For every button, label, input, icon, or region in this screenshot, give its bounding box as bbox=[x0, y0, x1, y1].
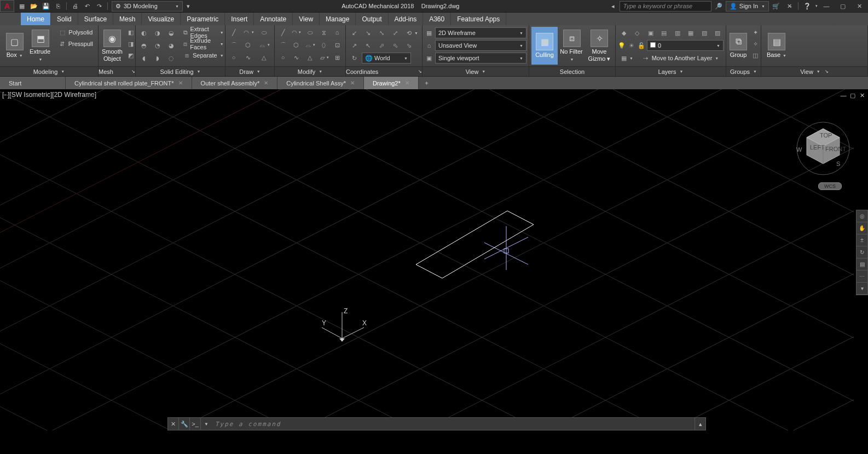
se-3[interactable]: ◒ bbox=[165, 27, 177, 38]
se-1[interactable]: ◐ bbox=[138, 27, 150, 38]
modify-tool-8[interactable]: △ bbox=[303, 52, 316, 63]
co-1b[interactable]: ↘ bbox=[362, 27, 374, 38]
visual-style-dropdown[interactable]: 2D Wireframe▼ bbox=[435, 27, 526, 38]
modify-tool-1[interactable]: ⌒ bbox=[277, 39, 289, 50]
exchange-icon[interactable]: 🛒 bbox=[770, 1, 782, 12]
modify-tool-2[interactable]: ○ bbox=[277, 52, 289, 63]
co-7[interactable]: ↻ bbox=[348, 53, 360, 64]
co-3b[interactable]: ⟲▼ bbox=[403, 27, 420, 38]
qat-saveas-icon[interactable]: ⎘ bbox=[53, 1, 63, 11]
layer-tool-2[interactable]: ▣ bbox=[645, 27, 657, 38]
new-tab-button[interactable]: ＋ bbox=[419, 77, 435, 89]
qat-undo-icon[interactable]: ↶ bbox=[82, 1, 92, 11]
grp-3[interactable]: ◫ bbox=[749, 50, 761, 61]
file-tab[interactable]: Drawing2*✕ bbox=[364, 77, 419, 89]
drawing-canvas[interactable]: [–][SW Isometric][2D Wireframe] — ▢ ✕ Z … bbox=[0, 89, 868, 430]
menu-tab-insert[interactable]: Insert bbox=[225, 13, 254, 25]
grp-2[interactable]: ✧ bbox=[749, 38, 761, 49]
menu-tab-a360[interactable]: A360 bbox=[423, 13, 451, 25]
mesh-more-3[interactable]: ◩ bbox=[125, 50, 137, 61]
maximize-button[interactable]: ▢ bbox=[835, 0, 850, 12]
viewport-label[interactable]: [–][SW Isometric][2D Wireframe] bbox=[2, 91, 96, 99]
modify-tool-13[interactable]: ⊡ bbox=[331, 39, 343, 50]
draw-tool-0[interactable]: ╱ bbox=[228, 27, 240, 38]
grp-1[interactable]: ✦ bbox=[749, 27, 761, 38]
qat-overflow-icon[interactable]: ▾ bbox=[183, 1, 194, 11]
nav-fullnav-icon[interactable]: ◎ bbox=[857, 210, 867, 222]
tab-close-icon[interactable]: ✕ bbox=[178, 80, 183, 86]
cmd-recent-icon[interactable]: >_ bbox=[190, 418, 201, 430]
mesh-more-1[interactable]: ◧ bbox=[125, 27, 137, 38]
draw-tool-3[interactable]: ◠▾ bbox=[240, 27, 256, 38]
signin-button[interactable]: 👤 Sign In ▼ bbox=[726, 1, 769, 12]
se-6[interactable]: ◕ bbox=[165, 40, 177, 51]
file-tab[interactable]: Outer shell Assembly*✕ bbox=[192, 77, 278, 89]
modify-tool-14[interactable]: ⊞ bbox=[331, 52, 343, 63]
box-button[interactable]: ▢ Box ▼ bbox=[2, 27, 27, 65]
layer-tool-6[interactable]: ▧ bbox=[698, 27, 710, 38]
menu-tab-manage[interactable]: Manage bbox=[320, 13, 356, 25]
draw-tool-5[interactable]: ∿ bbox=[240, 52, 256, 63]
file-tab[interactable]: Start bbox=[0, 77, 66, 89]
menu-tab-surface[interactable]: Surface bbox=[78, 13, 113, 25]
panel-title-draw[interactable]: Draw▼ bbox=[225, 66, 274, 76]
command-input[interactable]: Type a command bbox=[212, 421, 695, 428]
layer-tool-4[interactable]: ▥ bbox=[672, 27, 684, 38]
menu-tab-home[interactable]: Home bbox=[21, 13, 51, 25]
tab-close-icon[interactable]: ✕ bbox=[405, 80, 409, 86]
extract-edges-button[interactable]: ⧉Extract Edges▼ bbox=[180, 27, 227, 38]
co-1[interactable]: ↙ bbox=[348, 27, 360, 38]
cmd-expand-icon[interactable]: ▴ bbox=[695, 418, 705, 430]
extrude-faces-button[interactable]: ⧈Extrude Faces▼ bbox=[180, 38, 227, 49]
move-layer-button[interactable]: ⇢Move to Another Layer▼ bbox=[636, 53, 724, 64]
presspull-button[interactable]: ⇵Presspull bbox=[55, 38, 96, 49]
cmd-arrow-icon[interactable]: ▼ bbox=[201, 418, 212, 430]
panel-title-view[interactable]: View▼ bbox=[423, 66, 529, 76]
se-5[interactable]: ◔ bbox=[152, 40, 164, 51]
workspace-dropdown[interactable]: ⚙ 3D Modeling ▼ bbox=[112, 1, 183, 12]
menu-tab-solid[interactable]: Solid bbox=[51, 13, 78, 25]
draw-tool-8[interactable]: △ bbox=[256, 52, 271, 63]
smooth-object-button[interactable]: ◉ Smooth Object bbox=[101, 27, 124, 65]
se-8[interactable]: ◗ bbox=[152, 53, 164, 64]
modify-tool-9[interactable]: ⧖ bbox=[317, 27, 331, 38]
draw-tool-2[interactable]: ○ bbox=[228, 52, 240, 63]
viewcube[interactable]: TOP LEFT FRONT W S bbox=[796, 121, 850, 176]
nav-pan-icon[interactable]: ✋ bbox=[857, 222, 867, 234]
modify-tool-7[interactable]: ⌓▾ bbox=[303, 39, 316, 50]
vp-minimize-icon[interactable]: — bbox=[840, 91, 847, 99]
menu-tab-view[interactable]: View bbox=[293, 13, 320, 25]
nav-zoom-icon[interactable]: ± bbox=[857, 234, 867, 246]
nav-collapse-icon[interactable]: ▾ bbox=[857, 283, 867, 295]
nofilter-button[interactable]: ⧈ No Filter ▼ bbox=[559, 27, 585, 65]
menu-tab-parametric[interactable]: Parametric bbox=[181, 13, 225, 25]
co-3[interactable]: ⤢ bbox=[389, 27, 401, 38]
help-icon[interactable]: ❔ bbox=[801, 1, 813, 12]
se-9[interactable]: ◌ bbox=[165, 53, 177, 64]
tab-close-icon[interactable]: ✕ bbox=[264, 80, 268, 86]
panel-title-coordinates[interactable]: Coordinates↘ bbox=[346, 66, 422, 76]
co-2[interactable]: ⤡ bbox=[375, 27, 387, 38]
layer-tool-3[interactable]: ▤ bbox=[658, 27, 670, 38]
culling-button[interactable]: ▦ Culling bbox=[531, 27, 558, 65]
panel-title-groups[interactable]: Groups▼ bbox=[726, 66, 761, 76]
modify-tool-0[interactable]: ╱ bbox=[277, 27, 289, 38]
mesh-more-2[interactable]: ◨ bbox=[125, 38, 137, 49]
tab-close-icon[interactable]: ✕ bbox=[350, 80, 355, 86]
menu-tab-featured-apps[interactable]: Featured Apps bbox=[451, 13, 506, 25]
qat-open-icon[interactable]: 📂 bbox=[28, 1, 39, 11]
modify-tool-10[interactable]: ⬯ bbox=[317, 39, 331, 50]
qat-plot-icon[interactable]: 🖨 bbox=[70, 1, 80, 11]
cmd-close-icon[interactable]: ✕ bbox=[168, 418, 179, 430]
draw-tool-1[interactable]: ⌒ bbox=[228, 39, 240, 50]
se-2[interactable]: ◑ bbox=[152, 27, 164, 38]
menu-tab-annotate[interactable]: Annotate bbox=[254, 13, 293, 25]
modify-tool-3[interactable]: ◠▾ bbox=[290, 27, 303, 38]
minimize-button[interactable]: — bbox=[819, 0, 834, 12]
a360-icon[interactable]: ✕̵ bbox=[783, 1, 795, 12]
nav-showmotion-icon[interactable]: ▤ bbox=[857, 258, 867, 271]
co-4b[interactable]: ↖ bbox=[362, 40, 374, 51]
co-6b[interactable]: ⬂ bbox=[403, 40, 415, 51]
vp-close-icon[interactable]: ✕ bbox=[858, 91, 866, 99]
search-input[interactable]: Type a keyword or phrase bbox=[620, 1, 711, 12]
